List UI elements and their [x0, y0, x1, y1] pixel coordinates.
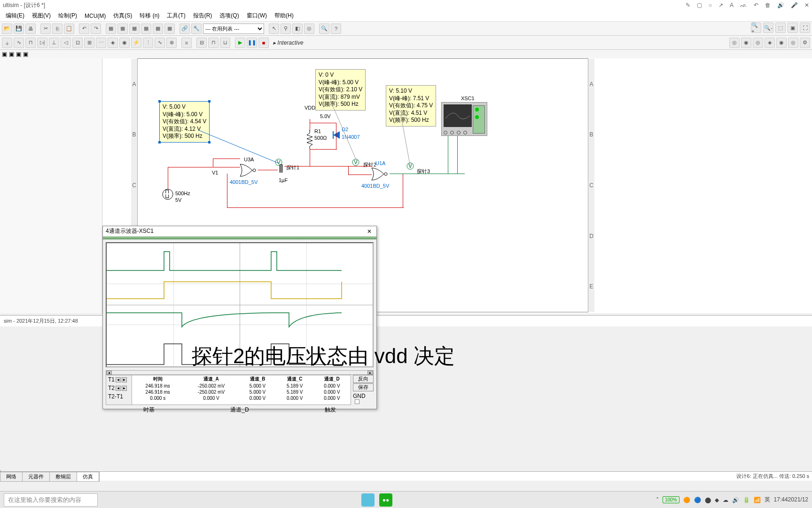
resistor-r1[interactable]	[307, 130, 312, 149]
mixed-icon[interactable]: ◈	[108, 38, 118, 48]
tab-sim[interactable]: 仿真	[77, 472, 99, 481]
tray-cloud-icon[interactable]: ☁	[723, 497, 728, 503]
arrow-icon[interactable]: ↗	[718, 2, 723, 8]
pause-button[interactable]: ❚❚	[247, 38, 257, 48]
print-icon[interactable]: 🖶	[25, 24, 36, 34]
interactive-label[interactable]: ▸ Interactive	[270, 40, 306, 46]
trash-icon[interactable]: 🗑	[765, 2, 771, 8]
hierarchy-icon[interactable]: ⊟	[196, 38, 207, 48]
ime-label[interactable]: 英	[765, 496, 770, 504]
sheet5-icon[interactable]: ▦	[153, 24, 163, 34]
close-icon[interactable]: ✕	[804, 2, 809, 8]
instrument3-icon[interactable]: ◎	[753, 38, 763, 48]
source-v1[interactable]: ⊓⊔	[162, 189, 173, 200]
sheet6-icon[interactable]: ▦	[164, 24, 175, 34]
tray-icon2[interactable]: 🔵	[694, 497, 701, 503]
power-icon[interactable]: ⚡	[131, 38, 141, 48]
help-icon[interactable]: ?	[331, 24, 341, 34]
oscilloscope-window[interactable]: 4通道示波器-XSC1 ✕ ◄ ►	[102, 226, 377, 409]
gate-u1a[interactable]	[371, 167, 392, 181]
clock-time[interactable]: 17:44	[774, 497, 788, 503]
probe3-marker[interactable]: V	[406, 162, 414, 170]
menu-window[interactable]: 窗口(W)	[243, 11, 271, 21]
zoom-area-icon[interactable]: ⬚	[775, 23, 786, 33]
link-icon[interactable]: 🔗	[180, 24, 190, 34]
open-icon[interactable]: 📂	[2, 24, 12, 34]
sheet1-icon[interactable]: ▦	[106, 24, 116, 34]
meter-icon[interactable]: ◧	[292, 24, 303, 34]
menu-transfer[interactable]: 转移 (n)	[136, 11, 163, 21]
zoom-fit-icon[interactable]: ▣	[788, 23, 798, 33]
paste-icon[interactable]: 📋	[64, 24, 74, 34]
battery-icon[interactable]: 100%	[663, 496, 679, 503]
t2-left[interactable]: ◄	[116, 386, 121, 391]
menu-help[interactable]: 帮助(H)	[271, 11, 297, 21]
osc-cursor-bar[interactable]	[103, 237, 376, 239]
tab-copper[interactable]: 敷铜层	[50, 472, 77, 481]
net-icon[interactable]: ⊔	[220, 38, 230, 48]
misc-icon[interactable]: ⋯	[96, 38, 106, 48]
copy-icon[interactable]: ⎘	[52, 24, 62, 34]
probe1-marker[interactable]: V	[275, 159, 282, 166]
reverse-button[interactable]: 反向	[353, 375, 374, 383]
windows-search[interactable]: 在这里输入你要搜索的内容	[4, 493, 98, 507]
diode-d2[interactable]	[332, 131, 341, 139]
instrument4-icon[interactable]: ◈	[765, 38, 775, 48]
speaker-icon[interactable]: 🔊	[777, 2, 784, 8]
osc-scrollbar[interactable]: ◄ ►	[106, 370, 374, 375]
taskbar-app1[interactable]	[361, 493, 375, 507]
sheet4-icon[interactable]: ▦	[141, 24, 151, 34]
transistor-icon[interactable]: ⊥	[49, 38, 59, 48]
undo-icon[interactable]: ↶	[79, 24, 89, 34]
save-button[interactable]: 保存	[353, 383, 374, 391]
zoom-in-icon[interactable]: 🔍+	[751, 23, 761, 33]
misc2-icon[interactable]: ⋮	[143, 38, 153, 48]
probe2-marker[interactable]: V	[352, 159, 359, 166]
probe2-readout[interactable]: V: 0 V V(峰-峰): 5.00 V V(有效值): 2.10 V V(直…	[315, 69, 366, 111]
connector-icon[interactable]: ⊓	[208, 38, 219, 48]
instrument5-icon[interactable]: ◉	[776, 38, 787, 48]
sheet3-icon[interactable]: ▦	[129, 24, 140, 34]
close-icon[interactable]: ✕	[365, 228, 374, 235]
indicator-icon[interactable]: ◉	[119, 38, 130, 48]
zoom-out-icon[interactable]: 🔍-	[763, 23, 773, 33]
source-icon[interactable]: ◎	[304, 24, 314, 34]
tray-icon4[interactable]: ◆	[715, 497, 719, 503]
rf-icon[interactable]: ∿	[155, 38, 165, 48]
run-button[interactable]: ▶	[235, 38, 245, 48]
tray-up-icon[interactable]: ˄	[656, 497, 659, 503]
tray-volume-icon[interactable]: 🔊	[732, 497, 739, 503]
tray-icon1[interactable]: 🟠	[683, 497, 690, 503]
ttl-icon[interactable]: ⊡	[72, 38, 83, 48]
instrument2-icon[interactable]: ◉	[741, 38, 751, 48]
cursor-icon[interactable]: ↖	[269, 24, 279, 34]
osc-titlebar[interactable]: 4通道示波器-XSC1 ✕	[103, 226, 376, 237]
undo-icon[interactable]: ↶	[754, 2, 758, 8]
sheet2-icon[interactable]: ▦	[117, 24, 128, 34]
menu-edit[interactable]: 编辑(E)	[2, 11, 28, 21]
instrument7-icon[interactable]: ⚙	[800, 38, 810, 48]
tab-components[interactable]: 元器件	[23, 472, 50, 481]
fullscreen-icon[interactable]: ⛶	[800, 23, 810, 33]
tray-wifi-icon[interactable]: 📶	[754, 497, 761, 503]
gate-u3a[interactable]	[239, 163, 261, 234]
menu-mcu[interactable]: MCU(M)	[81, 12, 109, 20]
source-comp-icon[interactable]: ∿	[14, 38, 24, 48]
electro-icon[interactable]: ⊗	[166, 38, 177, 48]
resistor-icon[interactable]: ⊓	[25, 38, 36, 48]
circle-icon[interactable]: ○	[709, 2, 712, 8]
gnd-port[interactable]	[355, 399, 359, 404]
probe1-readout[interactable]: V: 5.00 V V(峰-峰): 5.00 V V(有效值): 4.54 V …	[159, 101, 210, 143]
menu-options[interactable]: 选项(Q)	[216, 11, 242, 21]
diode-icon[interactable]: ▷|	[37, 38, 47, 48]
tray-icon3[interactable]: ⬤	[705, 497, 711, 503]
taskbar-app2[interactable]: ●●	[379, 493, 392, 507]
menu-view[interactable]: 视图(V)	[28, 11, 55, 21]
ground-icon[interactable]: ⏚	[2, 38, 12, 48]
zoom-icon[interactable]: 🔍	[319, 24, 329, 34]
instrument6-icon[interactable]: ◎	[788, 38, 798, 48]
oscilloscope-xsc1[interactable]	[441, 102, 487, 136]
bus-icon[interactable]: ≡	[181, 38, 192, 48]
instrument1-icon[interactable]: ◎	[729, 38, 740, 48]
brush-icon[interactable]: ᨒ	[740, 2, 747, 8]
